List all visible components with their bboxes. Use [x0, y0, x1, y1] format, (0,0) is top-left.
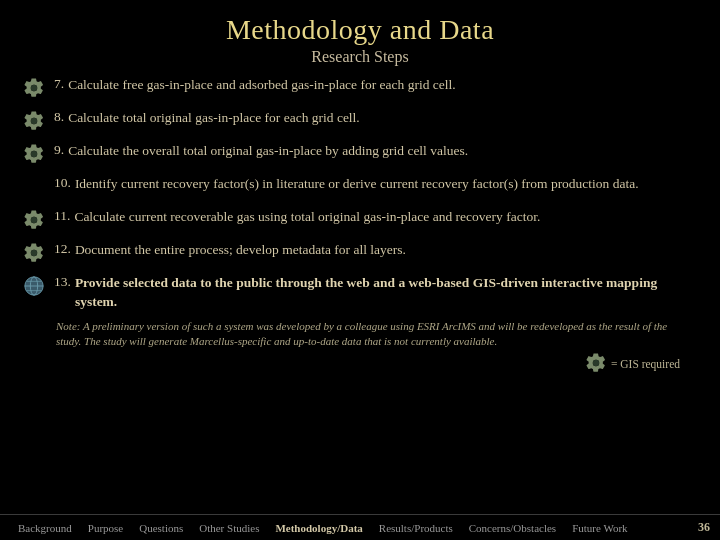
gear-icon	[20, 239, 48, 267]
footer-nav-item[interactable]: Purpose	[80, 522, 131, 534]
footer-nav: BackgroundPurposeQuestionsOther StudiesM…	[10, 522, 686, 534]
step-text: Document the entire process; develop met…	[75, 241, 690, 260]
step-text: Provide selected data to the public thro…	[75, 274, 690, 312]
step-number: 8.	[54, 109, 64, 125]
gear-icon	[20, 107, 48, 135]
step-number: 12.	[54, 241, 71, 257]
step-text: Calculate the overall total original gas…	[68, 142, 690, 161]
footer-nav-item[interactable]: Methodology/Data	[267, 522, 370, 534]
no-icon	[20, 173, 48, 201]
svg-point-2	[31, 151, 37, 157]
note-text: Note: A preliminary version of such a sy…	[56, 319, 690, 350]
list-item: 8.Calculate total original gas-in-place …	[20, 109, 690, 135]
gis-required-label: = GIS required	[20, 352, 680, 376]
footer-nav-item[interactable]: Future Work	[564, 522, 635, 534]
step-text: Calculate total original gas-in-place fo…	[68, 109, 690, 128]
gis-icon	[585, 352, 607, 376]
step-text: Calculate current recoverable gas using …	[74, 208, 690, 227]
footer-nav-item[interactable]: Concerns/Obstacles	[461, 522, 564, 534]
footer-nav-item[interactable]: Background	[10, 522, 80, 534]
list-item: 12.Document the entire process; develop …	[20, 241, 690, 267]
list-item: 11.Calculate current recoverable gas usi…	[20, 208, 690, 234]
header: Methodology and Data Research Steps	[0, 0, 720, 72]
svg-point-1	[31, 118, 37, 124]
list-item: 10.Identify current recovery factor(s) i…	[20, 175, 690, 201]
page-title: Methodology and Data	[20, 14, 700, 46]
step-number: 9.	[54, 142, 64, 158]
globe-icon	[20, 272, 48, 300]
list-item: 9.Calculate the overall total original g…	[20, 142, 690, 168]
footer-nav-item[interactable]: Other Studies	[191, 522, 267, 534]
step-text: Identify current recovery factor(s) in l…	[75, 175, 690, 194]
list-item: 7.Calculate free gas-in-place and adsorb…	[20, 76, 690, 102]
step-number: 10.	[54, 175, 71, 191]
content-area: 7.Calculate free gas-in-place and adsorb…	[0, 72, 720, 514]
gear-icon	[20, 140, 48, 168]
step-text: Calculate free gas-in-place and adsorbed…	[68, 76, 690, 95]
svg-point-0	[31, 85, 37, 91]
footer-nav-item[interactable]: Results/Products	[371, 522, 461, 534]
step-number: 13.	[54, 274, 71, 290]
page-subtitle: Research Steps	[20, 48, 700, 66]
footer-nav-item[interactable]: Questions	[131, 522, 191, 534]
svg-point-3	[31, 217, 37, 223]
svg-point-4	[31, 250, 37, 256]
svg-point-10	[593, 359, 599, 365]
step-number: 11.	[54, 208, 70, 224]
footer: BackgroundPurposeQuestionsOther StudiesM…	[0, 514, 720, 540]
page: Methodology and Data Research Steps 7.Ca…	[0, 0, 720, 540]
gear-icon	[20, 74, 48, 102]
gear-icon	[20, 206, 48, 234]
page-number: 36	[686, 520, 710, 535]
list-item: 13.Provide selected data to the public t…	[20, 274, 690, 312]
step-number: 7.	[54, 76, 64, 92]
